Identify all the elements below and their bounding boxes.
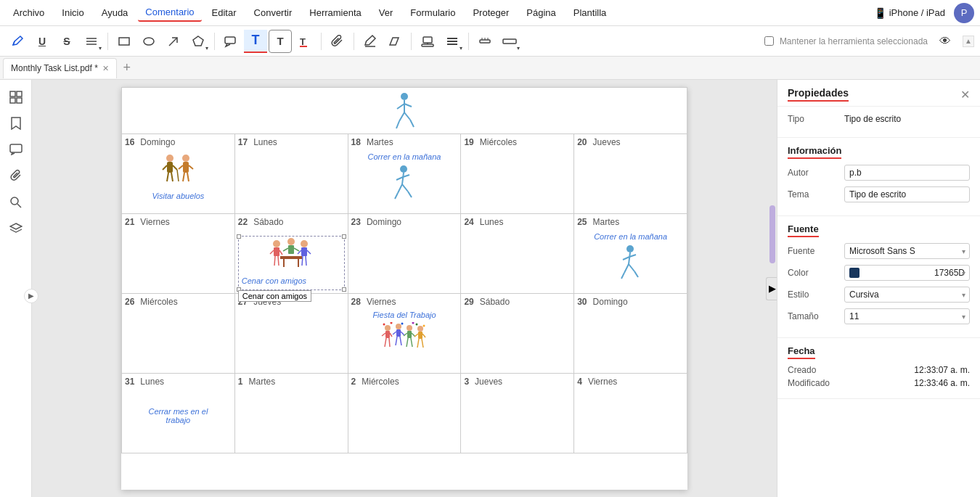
svg-line-37 [404, 112, 410, 120]
svg-line-58 [402, 184, 408, 192]
underline-tool[interactable]: U [30, 30, 54, 53]
svg-rect-25 [17, 91, 22, 96]
right-panel-collapse[interactable]: ▶ [766, 277, 777, 300]
cell-2: 2Miércoles [348, 374, 461, 453]
layers-icon[interactable] [4, 216, 28, 239]
annotation-22[interactable]: Cenar con amigos [242, 276, 306, 285]
calendar-row-top [122, 88, 687, 134]
menu-plantilla[interactable]: Plantilla [566, 4, 614, 21]
cell-4: 4Viernes [574, 374, 687, 453]
cell-30: 30Domingo [574, 294, 687, 374]
svg-line-81 [629, 252, 630, 264]
svg-line-110 [417, 339, 419, 348]
svg-line-57 [398, 184, 402, 193]
text-tool[interactable]: T [244, 30, 267, 53]
oval-tool[interactable] [137, 30, 160, 53]
svg-line-105 [411, 338, 412, 347]
measure-tool1[interactable] [473, 30, 497, 53]
menu-herramienta[interactable]: Herramienta [302, 4, 369, 21]
menu-inicio[interactable]: Inicio [54, 4, 91, 21]
calendar-table: 16Domingo [121, 87, 687, 453]
menu-ver[interactable]: Ver [372, 4, 401, 21]
tab-monthly-task[interactable]: Monthly Task List.pdf * ✕ [3, 58, 117, 78]
modificado-label: Modificado [788, 378, 830, 388]
toolbar-right: Mantener la herramienta seleccionada 👁 ▲ [764, 30, 974, 53]
keep-tool-checkbox[interactable] [764, 36, 774, 46]
cell-28: 28Viernes Fiesta del Trabajo [348, 294, 461, 374]
toolbar-collapse[interactable]: ▲ [963, 36, 974, 47]
svg-line-109 [422, 334, 425, 337]
strikethrough-tool[interactable]: S [55, 30, 78, 53]
search-sidebar-icon[interactable] [4, 190, 28, 213]
polygon-tool[interactable]: ▾ [187, 30, 210, 53]
event-28: Fiesta del Trabajo [372, 311, 436, 319]
svg-point-100 [407, 325, 412, 331]
svg-marker-7 [193, 36, 203, 46]
menu-convertir[interactable]: Convertir [247, 4, 300, 21]
svg-rect-18 [447, 44, 457, 45]
fuente-select[interactable]: Microsoft Sans S [844, 243, 970, 259]
eye-icon[interactable]: 👁 [934, 30, 957, 53]
autor-row: Autor [788, 165, 970, 181]
tab-add[interactable]: + [118, 59, 136, 77]
calendar-row-31: 31Lunes Cerrar mes en eltrabajo 1Martes … [122, 374, 687, 453]
tema-input[interactable] [844, 186, 970, 202]
svg-line-50 [189, 165, 193, 169]
lines-tool[interactable]: ▾ [80, 30, 103, 53]
menu-pagina[interactable]: Página [519, 4, 563, 21]
attachment-tool[interactable] [326, 30, 349, 53]
panels-icon[interactable] [4, 86, 28, 109]
arrow-tool[interactable] [162, 30, 185, 53]
svg-rect-95 [396, 329, 401, 337]
svg-point-115 [423, 324, 425, 326]
measure-tool2[interactable]: ▾ [498, 30, 521, 53]
eraser-tool[interactable] [383, 30, 407, 53]
autor-input[interactable] [844, 165, 970, 181]
svg-line-111 [422, 339, 423, 348]
svg-marker-12 [390, 38, 399, 45]
callout-tool[interactable] [219, 30, 242, 53]
textbox-tool[interactable]: T [269, 30, 292, 53]
pen-tool[interactable] [6, 30, 29, 53]
separator1 [107, 33, 108, 50]
document-scroll[interactable]: 16Domingo [32, 80, 777, 497]
more-tools[interactable]: ▾ [441, 30, 464, 53]
svg-line-49 [179, 165, 183, 169]
calendar-row-26: 26Miércoles 27Jueves 28Viernes Fiesta de… [122, 294, 687, 374]
color-select[interactable]: 17365D [844, 265, 970, 281]
attachment-sidebar-icon[interactable] [4, 164, 28, 187]
svg-rect-107 [418, 332, 422, 339]
menu-ayuda[interactable]: Ayuda [94, 4, 136, 21]
stamp-tool[interactable] [416, 30, 439, 53]
grandparents-figure [158, 152, 198, 189]
tab-close[interactable]: ✕ [102, 64, 109, 73]
comments-icon[interactable] [4, 138, 28, 161]
textmark-tool[interactable]: T [293, 30, 317, 53]
menu-editar[interactable]: Editar [205, 4, 244, 21]
rectangle-tool[interactable] [113, 30, 136, 53]
menu-archivo[interactable]: Archivo [6, 4, 52, 21]
svg-rect-13 [423, 37, 432, 43]
menu-comentario[interactable]: Comentario [138, 4, 201, 22]
fecha-title: Fecha [788, 345, 970, 365]
estilo-select[interactable]: Cursiva [844, 287, 970, 303]
sidebar-expand-arrow[interactable]: ▶ [24, 289, 38, 303]
svg-line-85 [629, 264, 634, 271]
menu-proteger[interactable]: Proteger [465, 4, 516, 21]
scrollbar-thumb[interactable] [769, 205, 775, 263]
panel-close-button[interactable]: ✕ [960, 88, 970, 102]
user-avatar[interactable]: P [954, 3, 974, 23]
svg-line-43 [173, 165, 177, 170]
svg-point-5 [144, 38, 154, 45]
svg-rect-8 [225, 37, 235, 44]
tabbar: Monthly Task List.pdf * ✕ + [0, 57, 980, 80]
svg-line-44 [167, 173, 168, 181]
device-indicator: 📱 iPhone / iPad [874, 7, 945, 19]
menu-formulario[interactable]: Formulario [403, 4, 462, 21]
svg-line-84 [624, 264, 629, 273]
color-swatch [849, 268, 859, 278]
annotation-tooltip: Cenar con amigos [238, 290, 311, 302]
pencil-tool[interactable] [359, 30, 382, 53]
bookmark-icon[interactable] [4, 112, 28, 135]
tamano-select[interactable]: 11 [844, 308, 970, 324]
